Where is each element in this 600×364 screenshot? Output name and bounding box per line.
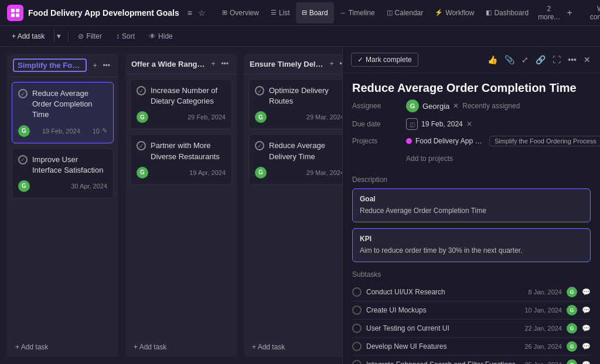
remove-assignee-button[interactable]: ✕ (453, 102, 459, 110)
mark-complete-button[interactable]: ✓ Mark complete (351, 53, 418, 67)
subtask-3-check[interactable] (352, 342, 362, 351)
toolbar-divider (68, 30, 69, 42)
task-2-check[interactable] (18, 155, 28, 164)
task-2-date: 30 Apr, 2024 (71, 183, 107, 190)
task-card-partner[interactable]: Partner with More Diverse Restaurants G … (130, 134, 232, 184)
kpi-box[interactable]: KPI Aim to reduce order time by 30% in t… (352, 228, 591, 262)
tab-calendar[interactable]: ◫Calendar (381, 2, 429, 23)
tab-overview[interactable]: ⊞Overview (216, 2, 265, 23)
add-tab-button[interactable]: + (563, 2, 575, 23)
task-6-check[interactable] (255, 141, 264, 150)
task-3-check[interactable] (137, 86, 146, 95)
subtask-3-comment-icon[interactable]: 💬 (582, 342, 591, 351)
task-1-title: Reduce Average Order Completion Time (32, 88, 107, 121)
subtask-3-date: 26 Jan, 2024 (524, 343, 562, 350)
main: Simplify the Food Ordering ... + ••• Red… (0, 47, 600, 364)
wan-complete-button[interactable]: Wan complete (585, 2, 600, 23)
link-copy-icon[interactable]: ⤢ (520, 54, 530, 66)
thumbs-up-icon[interactable]: 👍 (486, 54, 499, 66)
recently-assigned-button[interactable]: Recently assigned (462, 102, 520, 110)
task-4-title: Partner with More Diverse Restaurants (151, 140, 226, 162)
subtask-3-avatar: G (567, 341, 577, 352)
task-card-improve-ui[interactable]: Improve User Interface Satisfaction G 30… (12, 148, 114, 198)
attachment-icon[interactable]: 📎 (503, 54, 516, 66)
task-card-reduce-delivery[interactable]: Reduce Average Delivery Time G 29 Mar, 2… (248, 134, 342, 184)
task-card-optimize-routes[interactable]: Optimize Delivery Routes G 29 Mar, 2024 (248, 79, 342, 129)
subtask-2-check[interactable] (352, 324, 362, 333)
column-2-title: Offer a Wide Range of Dieta... (131, 60, 205, 68)
subtask-row[interactable]: Conduct UI/UX Research 8 Jan, 2024 G 💬 (352, 283, 591, 301)
subtask-row[interactable]: Develop New UI Features 26 Jan, 2024 G 💬 (352, 338, 591, 356)
fullscreen-icon[interactable]: ⛶ (551, 54, 562, 66)
task-2-title: Improve User Interface Satisfaction (32, 154, 107, 176)
star-icon[interactable]: ☆ (197, 7, 207, 19)
column-1-add-task-row: + Add task (7, 337, 118, 357)
subtasks-label: Subtasks (352, 270, 591, 279)
hide-button[interactable]: 👁 Hide (144, 30, 178, 42)
add-to-projects-button[interactable]: Add to projects (406, 154, 453, 163)
task-1-date: 19 Feb, 2024 (42, 128, 80, 135)
column-1-add-task-btn[interactable]: + Add task (12, 341, 114, 353)
subtask-1-date: 10 Jan, 2024 (524, 307, 562, 314)
subtask-4-check[interactable] (352, 360, 362, 364)
column-2-add-task-btn[interactable]: + Add task (130, 341, 232, 353)
close-panel-icon[interactable]: ✕ (582, 54, 592, 66)
column-3-more[interactable]: ••• (337, 59, 342, 69)
due-date-text: 19 Feb, 2024 (421, 120, 463, 128)
filter-button[interactable]: ⊘ Filter (73, 30, 107, 42)
column-2-more[interactable]: ••• (219, 59, 231, 69)
column-1-add[interactable]: + (90, 60, 99, 71)
column-3-add-task-btn[interactable]: + Add task (248, 341, 342, 353)
subtask-2-date: 22 Jan, 2024 (524, 325, 562, 332)
subtask-1-avatar: G (567, 305, 577, 315)
subtask-3-name: Develop New UI Features (366, 342, 520, 351)
more-tabs-button[interactable]: 2 more... (534, 2, 563, 23)
task-3-title: Increase Number of Dietary Categories (151, 85, 226, 107)
add-task-dropdown[interactable]: ▾ (54, 30, 63, 42)
svg-rect-3 (16, 13, 19, 17)
project-dropdown-button[interactable]: Simplify the Food Ordering Process (489, 136, 600, 146)
subtask-2-comment-icon[interactable]: 💬 (582, 324, 591, 332)
task-5-check[interactable] (255, 86, 264, 95)
settings-icon[interactable]: ≡ (186, 7, 193, 19)
tab-list[interactable]: ☰List (265, 2, 296, 23)
subtask-row[interactable]: Create UI Mockups 10 Jan, 2024 G 💬 (352, 301, 591, 320)
subtask-0-check[interactable] (352, 287, 362, 297)
column-3-add[interactable]: + (327, 59, 336, 69)
subtask-1-comment-icon[interactable]: 💬 (582, 306, 591, 314)
goal-box[interactable]: Goal Reduce Average Order Completion Tim… (352, 188, 591, 222)
sort-button[interactable]: ↕ Sort (111, 30, 139, 42)
detail-header: ✓ Mark complete 👍 📎 ⤢ 🔗 ⛶ ••• ✕ (343, 47, 600, 73)
add-task-button[interactable]: + Add task (7, 30, 49, 42)
subtask-0-comment-icon[interactable]: 💬 (582, 288, 591, 296)
task-1-avatar: G (18, 125, 30, 137)
description-label: Description (352, 176, 591, 184)
column-1-more[interactable]: ••• (100, 60, 112, 71)
task-1-check[interactable] (18, 89, 28, 98)
subtask-1-name: Create UI Mockups (366, 306, 520, 314)
task-card-dietary[interactable]: Increase Number of Dietary Categories G … (130, 79, 232, 129)
subtask-4-date: 26 Jan, 2024 (524, 361, 562, 364)
subtasks-list: Conduct UI/UX Research 8 Jan, 2024 G 💬 C… (352, 283, 591, 364)
task-card-reduce-order[interactable]: Reduce Average Order Completion Time G 1… (12, 82, 114, 143)
project-title: Food Delivery App Development Goals (28, 8, 179, 18)
subtask-1-check[interactable] (352, 305, 362, 315)
task-2-avatar: G (18, 180, 30, 192)
column-3-title: Ensure Timely Delivery (250, 60, 323, 68)
subtask-4-comment-icon[interactable]: 💬 (582, 360, 591, 364)
tab-timeline[interactable]: ↔Timeline (334, 2, 381, 23)
task-4-check[interactable] (137, 141, 146, 150)
remove-date-button[interactable]: ✕ (466, 120, 472, 128)
assignee-row: Assignee G Georgia ✕ Recently assigned (352, 99, 591, 112)
subtask-row[interactable]: Integrate Enhanced Search and Filter Fun… (352, 356, 591, 364)
external-link-icon[interactable]: 🔗 (534, 54, 547, 66)
more-options-icon[interactable]: ••• (567, 54, 578, 66)
column-2-add[interactable]: + (209, 59, 217, 69)
subtask-row[interactable]: User Testing on Current UI 22 Jan, 2024 … (352, 320, 591, 338)
tab-dashboard[interactable]: ◧Dashboard (480, 2, 534, 23)
tab-workflow[interactable]: ⚡Workflow (429, 2, 480, 23)
board: Simplify the Food Ordering ... + ••• Red… (0, 47, 342, 364)
due-date-row: Due date ◫ 19 Feb, 2024 ✕ (352, 118, 591, 130)
due-date-value: ◫ 19 Feb, 2024 ✕ (406, 118, 472, 130)
tab-board[interactable]: ⊟Board (296, 2, 334, 23)
